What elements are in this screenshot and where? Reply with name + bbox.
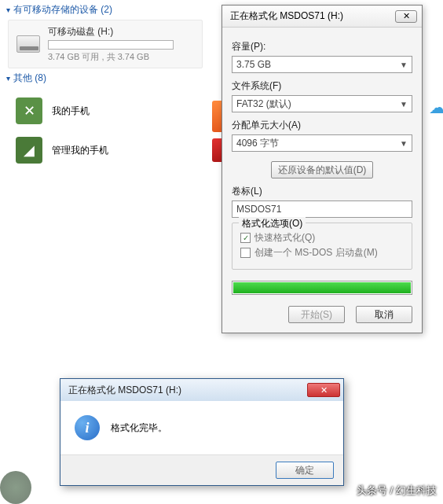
allocation-value: 4096 字节 <box>236 137 279 150</box>
watermark-seal <box>0 471 31 504</box>
restore-defaults-button[interactable]: 还原设备的默认值(D) <box>271 161 374 178</box>
app-icon: ◢ <box>16 137 42 164</box>
chevron-down-icon: ▾ <box>6 6 10 14</box>
capacity-value: 3.75 GB <box>236 59 271 70</box>
message-titlebar[interactable]: 正在格式化 MSDOS71 (H:) ✕ <box>60 379 343 401</box>
storage-bar <box>48 40 174 50</box>
volume-input[interactable] <box>232 200 412 218</box>
start-button[interactable]: 开始(S) <box>288 306 345 323</box>
format-options-legend: 格式化选项(O) <box>239 217 306 230</box>
close-button[interactable]: ✕ <box>307 383 340 397</box>
device-removable-disk[interactable]: 可移动磁盘 (H:) 3.74 GB 可用 , 共 3.74 GB <box>8 20 203 68</box>
quick-format-checkbox[interactable]: ✓ 快速格式化(Q) <box>240 231 404 245</box>
device-name: 可移动磁盘 (H:) <box>48 25 194 39</box>
other-item-label: 管理我的手机 <box>52 144 108 157</box>
drive-icon <box>16 35 40 53</box>
cloud-fragment-icon: ☁ <box>429 97 443 116</box>
filesystem-combo[interactable]: FAT32 (默认) ▼ <box>232 95 412 112</box>
section-title: 有可移动存储的设备 (2) <box>13 3 112 17</box>
ok-button[interactable]: 确定 <box>276 462 334 479</box>
cancel-button[interactable]: 取消 <box>356 306 412 323</box>
app-icon: ✕ <box>16 97 42 124</box>
message-text: 格式化完毕。 <box>111 421 167 435</box>
volume-label: 卷标(L) <box>232 185 412 198</box>
quick-format-label: 快速格式化(Q) <box>254 231 315 245</box>
info-icon: i <box>75 415 100 440</box>
dialog-titlebar[interactable]: 正在格式化 MSDOS71 (H:) ✕ <box>222 6 422 28</box>
format-progress <box>232 281 412 295</box>
close-button[interactable]: ✕ <box>395 10 417 23</box>
dialog-title: 正在格式化 MSDOS71 (H:) <box>230 9 395 23</box>
message-dialog: 正在格式化 MSDOS71 (H:) ✕ i 格式化完毕。 确定 <box>60 378 344 486</box>
checkbox-checked-icon: ✓ <box>240 233 251 243</box>
device-sub: 3.74 GB 可用 , 共 3.74 GB <box>48 51 194 63</box>
message-title: 正在格式化 MSDOS71 (H:) <box>68 384 307 397</box>
allocation-combo[interactable]: 4096 字节 ▼ <box>232 134 412 152</box>
device-info: 可移动磁盘 (H:) 3.74 GB 可用 , 共 3.74 GB <box>48 25 194 63</box>
checkbox-icon <box>240 248 251 258</box>
watermark-text: 头条号 / 幻生科技 <box>357 484 437 498</box>
allocation-label: 分配单元大小(A) <box>232 119 412 132</box>
chevron-down-icon: ▾ <box>6 74 10 83</box>
capacity-combo[interactable]: 3.75 GB ▼ <box>232 56 412 73</box>
msdos-boot-label: 创建一个 MS-DOS 启动盘(M) <box>254 246 378 259</box>
filesystem-label: 文件系统(F) <box>232 79 412 93</box>
section-title: 其他 (8) <box>13 72 46 85</box>
chevron-down-icon: ▼ <box>400 61 408 69</box>
filesystem-value: FAT32 (默认) <box>236 97 291 111</box>
format-options-group: 格式化选项(O) ✓ 快速格式化(Q) 创建一个 MS-DOS 启动盘(M) <box>232 223 412 270</box>
other-item-label: 我的手机 <box>52 105 90 118</box>
format-dialog: 正在格式化 MSDOS71 (H:) ✕ 容量(P): 3.75 GB ▼ 文件… <box>222 5 423 333</box>
chevron-down-icon: ▼ <box>400 139 408 148</box>
capacity-label: 容量(P): <box>232 40 412 53</box>
msdos-boot-checkbox[interactable]: 创建一个 MS-DOS 启动盘(M) <box>240 246 404 259</box>
chevron-down-icon: ▼ <box>400 100 408 109</box>
progress-fill <box>233 282 411 293</box>
